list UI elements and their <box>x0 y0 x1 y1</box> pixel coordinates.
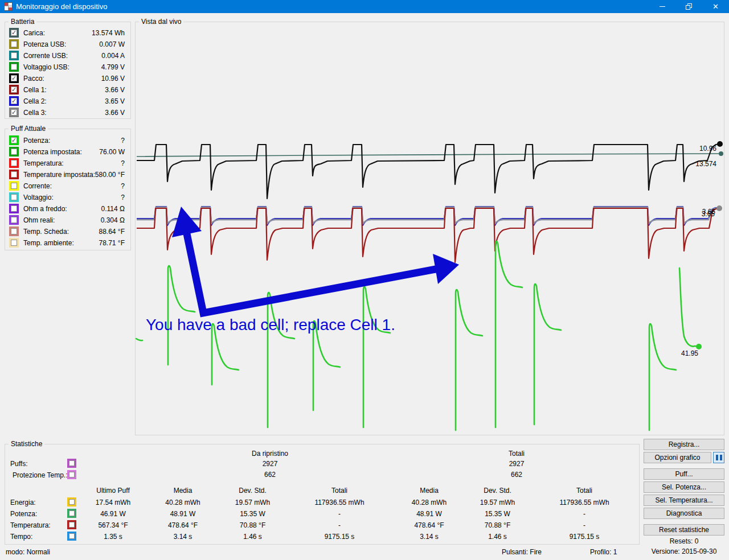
puff-button[interactable]: Puff... <box>644 468 724 480</box>
col-header: Totali <box>530 487 638 495</box>
registra-button[interactable]: Registra... <box>644 439 724 450</box>
col-header: Dev. Std. <box>220 487 285 495</box>
tempprot-color-checkbox[interactable] <box>67 470 76 479</box>
battery-row: Voltaggio USB:4.799 V <box>7 61 129 73</box>
col-header: Totali <box>285 487 394 495</box>
series-value: ? <box>121 192 125 203</box>
series-color-checkbox[interactable] <box>9 227 19 236</box>
puff-row: ✓Potenza:? <box>7 135 129 146</box>
stat-value: 567.34 °F <box>80 521 146 529</box>
battery-row: ✓Pacco:10.96 V <box>7 73 129 84</box>
series-color-checkbox[interactable]: ✓ <box>9 96 19 106</box>
current-puff-group: Puff Attuale ✓Potenza:? Potenza impostat… <box>5 129 131 250</box>
stats-header-row: Ultimo Puff Media Dev. Std. Totali Media… <box>5 487 639 496</box>
cell2-voltage-line <box>137 207 719 225</box>
series-color-checkbox[interactable]: ✓ <box>9 73 19 83</box>
row-color-checkbox[interactable] <box>67 520 76 529</box>
stat-value: 19.57 mWh <box>220 499 285 507</box>
minimize-button[interactable] <box>649 0 675 13</box>
charge-series-line <box>137 154 721 157</box>
puff-row: Temp. ambiente:78.71 °F <box>7 237 129 249</box>
titlebar: Monitoraggio del dispositivo ✕ <box>0 0 729 13</box>
series-value: 3.66 V <box>105 107 125 118</box>
live-chart: You have a bad cell; replace Cell 1. 10.… <box>136 22 724 435</box>
series-value: 13.574 Wh <box>92 27 125 39</box>
battery-row: Potenza USB:0.007 W <box>7 39 129 50</box>
stats-row-potenza: Potenza: 46.91 W 48.91 W 15.35 W - 48.91… <box>5 510 639 519</box>
tempprot-counter-row: Protezione Temp.: <box>5 471 639 480</box>
row-color-checkbox[interactable] <box>67 532 76 541</box>
series-color-checkbox[interactable] <box>9 39 19 49</box>
reset-statistiche-button[interactable]: Reset statistiche <box>644 524 724 536</box>
series-color-checkbox[interactable]: ✓ <box>9 85 19 94</box>
row-label: Potenza: <box>10 510 37 518</box>
version-label: Versione: 2015-09-30 <box>644 547 724 555</box>
series-label: Potenza impostata: <box>23 146 82 158</box>
stat-value: - <box>530 510 638 518</box>
series-color-checkbox[interactable]: ✓ <box>9 108 19 117</box>
group-header-da-ripristino: Da ripristino <box>213 450 327 458</box>
series-label: Cella 1: <box>23 84 47 96</box>
status-buttons: Pulsanti: Fire <box>502 548 542 556</box>
series-color-checkbox[interactable]: ✓ <box>9 28 19 38</box>
pause-chart-button[interactable] <box>713 452 724 463</box>
stat-value: - <box>530 521 638 529</box>
battery-row: Corrente USB:0.004 A <box>7 50 129 61</box>
series-color-checkbox[interactable] <box>9 62 19 72</box>
series-label: Temperature impostata: <box>23 169 95 180</box>
series-color-checkbox[interactable] <box>9 204 19 213</box>
restore-button[interactable] <box>675 0 702 13</box>
row-color-checkbox[interactable] <box>67 509 76 518</box>
series-color-checkbox[interactable]: ✓ <box>9 135 19 145</box>
series-color-checkbox[interactable] <box>9 51 19 60</box>
series-label: Pacco: <box>23 73 44 84</box>
live-view-group: Vista dal vivo You have a bad cell; repl… <box>135 22 724 435</box>
puffs-counter-row: Puffs: <box>5 460 639 469</box>
sel-temperatura-button[interactable]: Sel. Temperatura... <box>644 495 724 506</box>
live-view-group-title: Vista dal vivo <box>139 18 183 26</box>
series-label: Temp. ambiente: <box>23 237 74 249</box>
puffs-color-checkbox[interactable] <box>67 459 76 468</box>
series-color-checkbox[interactable] <box>9 181 19 191</box>
pack-end-dot <box>717 141 723 147</box>
series-color-checkbox[interactable] <box>9 170 19 179</box>
stat-value: 70.88 °F <box>220 521 285 529</box>
series-value: 10.96 V <box>101 73 125 84</box>
series-value: ? <box>121 180 125 192</box>
annotation-text: You have a bad cell; replace Cell 1. <box>146 316 395 333</box>
battery-row: ✓Cella 1:3.66 V <box>7 84 129 96</box>
annotation-arrowhead-up <box>172 207 202 237</box>
battery-group: Batteria ✓Carica:13.574 Wh Potenza USB:0… <box>5 22 131 119</box>
row-label: Tempo: <box>10 533 32 541</box>
series-color-checkbox[interactable] <box>9 215 19 225</box>
series-color-checkbox[interactable] <box>9 158 19 168</box>
stat-value: 40.28 mWh <box>146 499 220 507</box>
battery-row: ✓Cella 3:3.66 V <box>7 107 129 118</box>
window-title: Monitoraggio del dispositivo <box>16 2 107 11</box>
statistics-group-title: Statistiche <box>9 440 44 448</box>
puff-row: Ohm reali:0.304 Ω <box>7 215 129 226</box>
diagnostica-button[interactable]: Diagnostica <box>644 508 724 519</box>
cell-lo-end-label: 3.65 <box>702 210 715 218</box>
stat-value: 1.46 s <box>220 533 285 541</box>
series-value: 4.799 V <box>101 61 125 73</box>
row-color-checkbox[interactable] <box>67 497 76 507</box>
series-color-checkbox[interactable] <box>9 238 19 248</box>
opzioni-grafico-button[interactable]: Opzioni grafico <box>644 452 711 463</box>
series-label: Temp. Scheda: <box>23 226 69 237</box>
puff-row: Potenza impostata:76.00 W <box>7 146 129 158</box>
tempprot-label: Protezione Temp.: <box>13 471 68 479</box>
group-header-totali: Totali <box>460 450 574 458</box>
series-label: Carica: <box>23 27 45 39</box>
status-profile: Profilo: 1 <box>590 548 617 556</box>
restore-icon <box>686 3 693 10</box>
series-label: Voltaggio: <box>23 192 54 203</box>
series-color-checkbox[interactable] <box>9 192 19 202</box>
sel-potenza-button[interactable]: Sel. Potenza... <box>644 481 724 493</box>
col-header: Media <box>394 487 465 495</box>
series-label: Ohm a freddo: <box>23 203 67 215</box>
series-value: 76.00 W <box>99 146 125 158</box>
series-value: 0.004 A <box>101 50 125 61</box>
close-button[interactable]: ✕ <box>702 0 729 13</box>
series-color-checkbox[interactable] <box>9 147 19 157</box>
